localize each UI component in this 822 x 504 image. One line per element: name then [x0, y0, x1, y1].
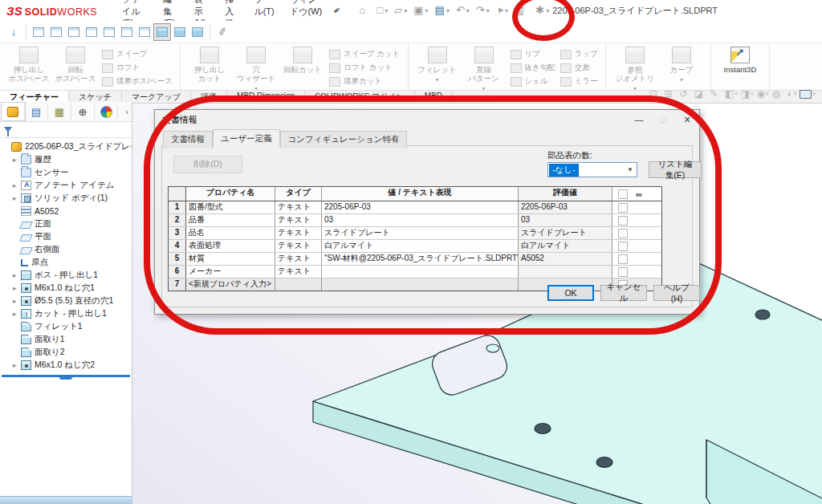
dropdown-caret-icon[interactable]: ▾: [486, 7, 490, 14]
revolved-boss-button[interactable]: 回転 ボス/ベース ▾: [53, 46, 98, 93]
tree-item-history[interactable]: ▸ 履歴: [0, 153, 132, 166]
link-checkbox[interactable]: [618, 254, 628, 264]
close-button[interactable]: ✕: [675, 111, 699, 128]
メーカー[interactable]: 6 メーカー テキスト: [169, 266, 661, 278]
property-type-cell[interactable]: テキスト: [275, 201, 322, 213]
panel-expand-chevron-icon[interactable]: ›: [125, 107, 128, 116]
tab-mbd-dimension[interactable]: MBD Dimension: [227, 91, 305, 103]
appearance-brush-icon[interactable]: [214, 24, 230, 40]
instant3d-button[interactable]: Instant3D ▾: [718, 46, 763, 84]
view-icon[interactable]: [26, 25, 26, 39]
tree-item-fillet1[interactable]: ▸ フィレット1: [0, 320, 132, 333]
link-checkbox[interactable]: [618, 242, 628, 251]
view-back-icon[interactable]: [48, 24, 64, 40]
dialog-tab-summary[interactable]: 文書情報: [163, 131, 213, 148]
dropdown-caret-icon[interactable]: ▾: [385, 7, 388, 14]
property-type-cell[interactable]: テキスト: [275, 253, 322, 265]
dropdown-caret-icon[interactable]: ▾: [766, 91, 769, 97]
property-name-cell[interactable]: 材質: [186, 253, 275, 265]
shell-button[interactable]: シェル: [511, 75, 555, 88]
featuremanager-tab[interactable]: [2, 103, 25, 120]
expand-arrow-icon[interactable]: ▸: [13, 310, 21, 318]
zoom-area-icon[interactable]: ⊞ ▾: [664, 88, 676, 100]
dimxpertmanager-tab[interactable]: [71, 103, 95, 120]
link-checkbox[interactable]: [618, 203, 628, 213]
property-name-cell[interactable]: 品番: [186, 214, 275, 226]
図番/型式[interactable]: 1 図番/型式 テキスト 2205-06P-03 2205-06P-03: [169, 201, 661, 214]
options-gear-icon[interactable]: ✱ ▾: [534, 4, 551, 17]
dropdown-caret-icon[interactable]: ▾: [425, 7, 429, 14]
表面処理[interactable]: 4 表面処理 テキスト 白アルマイト 白アルマイト: [169, 240, 661, 253]
dialog-title-bar[interactable]: 文書情報 — □ ✕: [155, 110, 699, 129]
expand-arrow-icon[interactable]: ▸: [13, 361, 21, 369]
tab-features[interactable]: フィーチャー: [0, 91, 69, 103]
property-value-cell[interactable]: "SW-材料@2205-06P-03_スライドプレート.SLDPRT": [322, 253, 519, 265]
dropdown-caret-icon[interactable]: ▾: [812, 91, 816, 97]
dropdown-caret-icon[interactable]: ▾: [735, 91, 738, 97]
dropdown-caret-icon[interactable]: ▼: [627, 166, 633, 173]
tree-item-origin[interactable]: ▸ 原点: [0, 256, 132, 269]
tree-item-solid-bodies[interactable]: ▸ ソリッド ボディ(1): [0, 192, 132, 205]
propertymanager-tab[interactable]: [25, 103, 48, 120]
view-axonometric-icon[interactable]: [136, 24, 153, 40]
dropdown-caret-icon[interactable]: ▾: [794, 91, 797, 97]
tree-item-chamfer2[interactable]: ▸ 面取り2: [0, 346, 132, 359]
tree-filter-bar[interactable]: [0, 122, 132, 138]
expand-arrow-icon[interactable]: ▸: [13, 271, 21, 279]
view-isometric-icon[interactable]: [154, 24, 170, 40]
品名[interactable]: 3 品名 テキスト スライドプレート スライドプレート: [169, 227, 661, 240]
expand-arrow-icon[interactable]: ▸: [13, 284, 21, 292]
rollback-bar[interactable]: [2, 375, 130, 377]
redo-icon[interactable]: ↷ ▾: [474, 4, 491, 17]
expand-arrow-icon[interactable]: ▸: [13, 181, 21, 189]
boundary-boss-button[interactable]: 境界ボス/ベース: [102, 75, 173, 88]
apply-scene-icon[interactable]: ◐ ▾: [787, 88, 797, 100]
dropdown-caret-icon[interactable]: ▾: [415, 75, 460, 84]
dialog-tab-configuration[interactable]: コンフィギュレーション特有: [280, 131, 408, 148]
select-cursor-icon[interactable]: ➤ ▾: [494, 4, 510, 17]
section-view-icon[interactable]: ◪ ▾: [694, 88, 707, 100]
curves-button[interactable]: カーブ ▾: [659, 46, 704, 93]
zoom-fit-icon[interactable]: ⊡ ▾: [649, 88, 661, 100]
link-checkbox[interactable]: [618, 267, 628, 277]
appearance-icon[interactable]: ◧ ▾: [725, 88, 738, 100]
property-type-cell[interactable]: テキスト: [275, 240, 322, 252]
property-name-cell[interactable]: 品名: [186, 227, 275, 239]
材質[interactable]: 5 材質 テキスト "SW-材料@2205-06P-03_スライドプレート.SL…: [169, 253, 661, 266]
property-value-cell[interactable]: [322, 278, 519, 291]
loft-cut-button[interactable]: ロフト カット: [329, 61, 400, 75]
mirror-button[interactable]: ミラー: [560, 75, 598, 88]
displaymanager-tab[interactable]: [95, 103, 118, 120]
view-icon[interactable]: [210, 25, 210, 39]
extruded-cut-button[interactable]: 押し出し カット ▾: [187, 46, 232, 93]
ok-button[interactable]: OK: [547, 285, 594, 301]
property-type-cell[interactable]: テキスト: [275, 227, 322, 239]
fillet-button[interactable]: フィレット ▾: [415, 46, 460, 93]
tree-item-tap-hole2[interactable]: ▸ M6x1.0 ねじ穴2: [0, 359, 132, 372]
hole-wizard-button[interactable]: 穴 ウィザード ▾: [234, 46, 279, 93]
tab-evaluate[interactable]: 評価: [191, 91, 227, 103]
property-name-cell[interactable]: 表面処理: [186, 240, 275, 252]
wrap-button[interactable]: ラップ: [560, 47, 598, 61]
display-style-icon[interactable]: ◨ ▾: [741, 88, 754, 100]
annotation-icon[interactable]: ✎ ▾: [710, 88, 722, 100]
tree-item-annotations[interactable]: ▸ アノテート アイテム: [0, 179, 132, 192]
link-all-checkbox[interactable]: [618, 189, 628, 199]
dialog-tab-custom[interactable]: ユーザー定義: [213, 129, 280, 147]
cancel-button[interactable]: キャンセル: [600, 285, 647, 301]
property-type-cell[interactable]: テキスト: [275, 214, 322, 226]
tree-item-cut-extrude1[interactable]: ▸ カット - 押し出し1: [0, 307, 132, 320]
link-checkbox[interactable]: [618, 229, 628, 238]
tree-item-material[interactable]: ▸ A5052: [0, 205, 132, 217]
tree-item-right-plane[interactable]: ▸ 右側面: [0, 243, 132, 256]
view-left-icon[interactable]: [66, 24, 82, 40]
draft-button[interactable]: 抜き勾配: [511, 61, 555, 75]
tab-mbd[interactable]: MBD: [415, 91, 453, 103]
configurationmanager-tab[interactable]: [48, 103, 71, 120]
tab-markup[interactable]: マークアップ: [122, 91, 191, 103]
rib-button[interactable]: リブ: [511, 47, 555, 61]
dropdown-caret-icon[interactable]: ▾: [751, 91, 754, 97]
open-file-icon[interactable]: ▱ ▾: [393, 4, 409, 17]
tree-item-tap-hole1[interactable]: ▸ M6x1.0 ねじ穴1: [0, 282, 132, 295]
property-value-cell[interactable]: 白アルマイト: [322, 240, 519, 252]
